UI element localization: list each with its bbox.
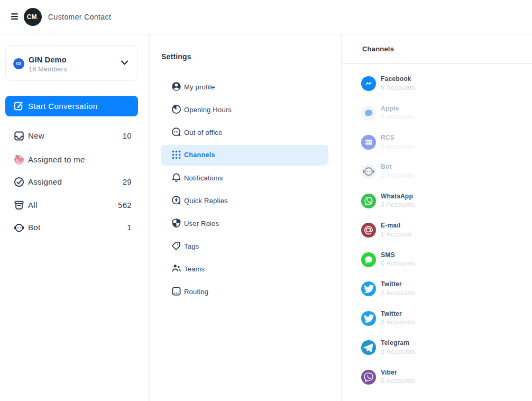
svg-text:RCS: RCS xyxy=(366,141,372,144)
